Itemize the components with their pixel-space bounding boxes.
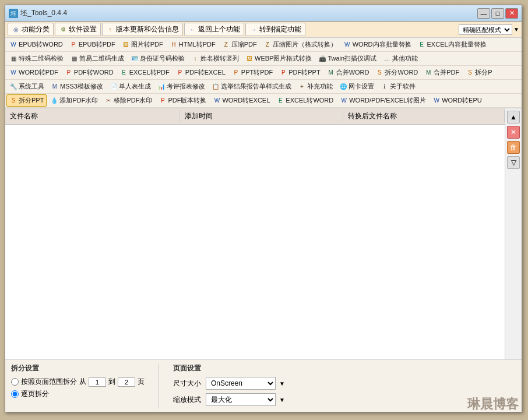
name-rotate-icon: ↕ [191, 55, 199, 63]
webp-convert-item[interactable]: 🖼 WEBP图片格式转换 [242, 52, 315, 65]
back-func-button[interactable]: ← 返回上个功能 [184, 23, 244, 36]
compress-img-icon: Z [263, 41, 272, 49]
main-content-area: 文件名称 添加时间 转换后文件名称 ▲ ✕ 🗑 ▽ [5, 108, 522, 359]
merge-pdf-label: 合并PDF [434, 68, 459, 77]
twain-scan-item[interactable]: 📠 Twain扫描仪调试 [315, 52, 379, 65]
ppt-pdf-item[interactable]: P PPT转PDF [229, 66, 276, 79]
soft-settings-button[interactable]: ⚙ 软件设置 [55, 23, 101, 36]
special-qr-label: 特殊二维码检验 [19, 54, 64, 63]
minimize-button[interactable]: — [477, 8, 490, 19]
delete-orange-button[interactable]: 🗑 [507, 141, 520, 154]
merge-word-icon: M [327, 69, 335, 77]
extra-func-item[interactable]: + 补充功能 [295, 80, 336, 93]
network-settings-item[interactable]: 🌐 网卡设置 [336, 80, 377, 93]
pdf-ppt-icon: P [279, 69, 287, 77]
html-pdf-item[interactable]: H HTML转PDF [167, 38, 219, 51]
split-option-each-page: 逐页拆分 [11, 389, 145, 399]
select-report-item[interactable]: 📋 选举结果报告单样式生成 [209, 80, 294, 93]
word-replace-icon: W [343, 41, 351, 49]
word-pdf-item[interactable]: W WORD转PDF [6, 66, 61, 79]
html-pdf-label: HTML转PDF [179, 40, 216, 49]
word-epub-item[interactable]: W WORD转EPU [430, 94, 484, 107]
excel-word-icon: E [276, 97, 284, 105]
network-settings-label: 网卡设置 [349, 82, 374, 91]
sys-tools-item[interactable]: 🔧 系统工具 [6, 80, 47, 93]
move-down-button[interactable]: ▽ [507, 156, 520, 169]
func-category-button[interactable]: ◎ 功能分类 [8, 23, 54, 36]
img-pdf-item[interactable]: 🖼 图片转PDF [119, 38, 166, 51]
back-label: 返回上个功能 [198, 24, 240, 34]
goto-func-button[interactable]: → 转到指定功能 [245, 23, 305, 36]
file-table-body[interactable] [5, 125, 505, 359]
merge-word-item[interactable]: M 合并WORD [324, 66, 372, 79]
about-soft-item[interactable]: ℹ 关于软件 [378, 80, 418, 93]
split-each-page-radio[interactable] [11, 390, 19, 398]
func-category-icon: ◎ [12, 26, 20, 34]
split-word-item[interactable]: S 拆分WORD [372, 66, 421, 79]
split-from-input[interactable] [89, 377, 106, 387]
split-pdf-row3-item[interactable]: S 拆分P [463, 66, 495, 79]
bottom-settings-panel: 拆分设置 按照页面范围拆分 从 到 页 逐页拆分 页面设 [5, 359, 522, 412]
img-pdf-icon: 🖼 [122, 41, 130, 49]
pdf-ppt-item[interactable]: P PDF转PPT [276, 66, 323, 79]
svg-text:坯: 坯 [10, 10, 16, 17]
update-info-button[interactable]: ↑ 版本更新和公告信息 [102, 23, 183, 36]
remove-watermark-icon: ✂ [104, 97, 112, 105]
page-zoom-select[interactable]: 最大化 适合宽度 适合页面 实际大小 [206, 393, 276, 406]
merge-pdf-item[interactable]: M 合并PDF [421, 66, 462, 79]
mss3-tmpl-label: MSS3模板修改 [60, 82, 103, 91]
page-size-select[interactable]: OnScreen A4 A3 Letter Custom [206, 377, 276, 390]
simple-qr-item[interactable]: ▦ 简易二维码生成 [67, 52, 127, 65]
mode-select-dropdown[interactable]: 精确匹配模式 模糊匹配模式 [459, 24, 512, 35]
delete-red-button[interactable]: ✕ [507, 126, 520, 139]
exam-report-item[interactable]: 📊 考评报表修改 [154, 80, 208, 93]
excel-replace-icon: E [418, 41, 426, 49]
exam-report-icon: 📊 [157, 83, 166, 91]
window-controls: — □ ✕ [477, 8, 518, 19]
page-zoom-row: 缩放模式 最大化 适合宽度 适合页面 实际大小 ▼ [173, 393, 285, 406]
excel-pdf-item[interactable]: E EXCEL转PDF [117, 66, 173, 79]
maximize-button[interactable]: □ [491, 8, 504, 19]
split-option-range: 按照页面范围拆分 从 到 页 [11, 377, 145, 387]
pdf-word-item[interactable]: P PDF转WORD [62, 66, 117, 79]
split-ppt-item[interactable]: S 拆分PPT [6, 94, 47, 107]
settings-divider [159, 363, 159, 408]
word-replace-item[interactable]: W WORD内容批量替换 [340, 38, 414, 51]
id-check-item[interactable]: 🪪 身份证号码检验 [128, 52, 188, 65]
split-range-radio[interactable] [11, 378, 19, 386]
add-pdf-watermark-item[interactable]: 💧 添加PDF水印 [47, 94, 101, 107]
page-settings-title: 页面设置 [173, 363, 285, 373]
img-pdf-label: 图片转PDF [131, 40, 163, 49]
excel-replace-item[interactable]: E EXCEL内容批量替换 [415, 38, 490, 51]
sys-tools-label: 系统工具 [19, 82, 44, 91]
pdf-ver-label: PDF版本转换 [168, 96, 206, 105]
file-table-area: 文件名称 添加时间 转换后文件名称 [5, 108, 505, 359]
column-header-time: 添加时间 [180, 110, 343, 122]
close-button[interactable]: ✕ [505, 8, 518, 19]
column-header-result: 转换后文件名称 [343, 110, 505, 122]
other-func-item[interactable]: … 其他功能 [380, 52, 421, 65]
name-rotate-item[interactable]: ↕ 姓名横转竖列 [188, 52, 242, 65]
mss3-tmpl-item[interactable]: M MSS3模板修改 [48, 80, 106, 93]
word-pdf-excel-img-item[interactable]: W WORD/PDF/EXCEL转图片 [337, 94, 429, 107]
split-to-input[interactable] [118, 377, 135, 387]
pdf-excel-item[interactable]: P PDF转EXCEL [173, 66, 228, 79]
split-settings-group: 拆分设置 按照页面范围拆分 从 到 页 逐页拆分 [11, 363, 145, 408]
compress-pdf-item[interactable]: Z 压缩PDF [219, 38, 260, 51]
epub-pdf-item[interactable]: P EPUB转PDF [66, 38, 118, 51]
epub-word-item[interactable]: W EPUB转WORD [6, 38, 66, 51]
remove-pdf-watermark-item[interactable]: ✂ 移除PDF水印 [101, 94, 155, 107]
html-pdf-icon: H [170, 41, 178, 49]
twain-scan-label: Twain扫描仪调试 [328, 54, 376, 63]
compress-img-item[interactable]: Z 压缩图片（格式转换） [261, 38, 340, 51]
move-up-button[interactable]: ▲ [507, 111, 520, 123]
excel-word-item[interactable]: E EXCEL转WORD [273, 94, 336, 107]
page-settings-group: 页面设置 尺寸大小 OnScreen A4 A3 Letter Custom ▼… [173, 363, 285, 408]
single-gen-item[interactable]: 📄 单人表生成 [107, 80, 154, 93]
pdf-ver-convert-item[interactable]: P PDF版本转换 [156, 94, 209, 107]
exam-report-label: 考评报表修改 [167, 82, 205, 91]
soft-settings-icon: ⚙ [59, 26, 67, 34]
name-rotate-label: 姓名横转竖列 [200, 54, 239, 63]
word-excel-item[interactable]: W WORD转EXCEL [210, 94, 273, 107]
special-qr-item[interactable]: ▦ 特殊二维码检验 [6, 52, 66, 65]
